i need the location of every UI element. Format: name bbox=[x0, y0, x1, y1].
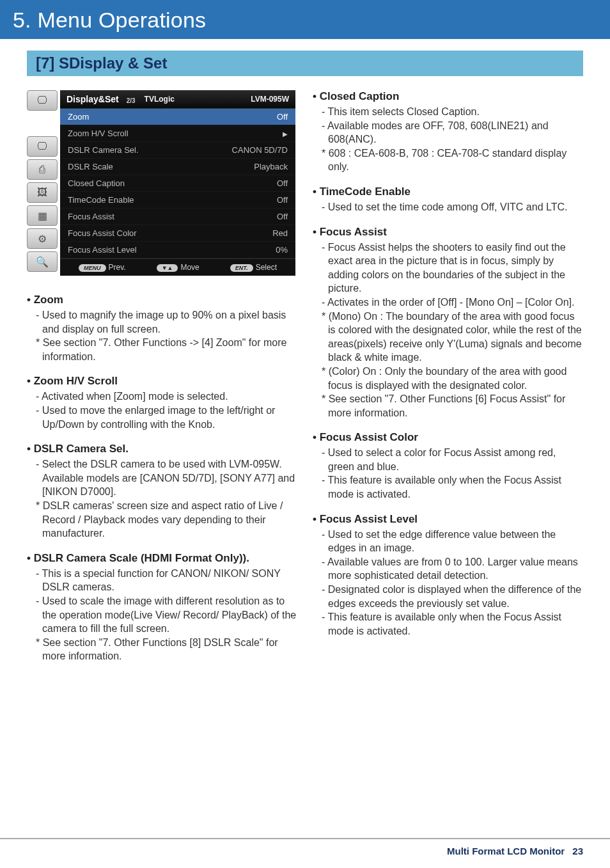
explain-item-head: DSLR Camera Scale (HDMI Format Only)). bbox=[27, 552, 297, 565]
osd-row-label: Closed Caption bbox=[68, 178, 125, 188]
right-items: Closed Caption- This item selects Closed… bbox=[313, 90, 583, 638]
explain-item-line: - This item selects Closed Caption. bbox=[317, 105, 583, 119]
osd-icon-0: 🖵 bbox=[27, 90, 58, 111]
osd-row-label: Focus Assist bbox=[68, 212, 114, 221]
osd-row: Focus Assist ColorRed bbox=[60, 225, 295, 242]
left-column: 🖵 🖵 ⎙ 🖼 ▦ ⚙ 🔍 Display&Set 2/3 TVLogic LV… bbox=[27, 90, 297, 675]
explain-item-head: Zoom bbox=[27, 294, 297, 306]
osd-page: 2/3 bbox=[127, 97, 136, 104]
osd-row-value: CANON 5D/7D bbox=[232, 145, 288, 155]
osd-row-value: Off bbox=[277, 195, 288, 205]
explain-item: Closed Caption- This item selects Closed… bbox=[313, 90, 583, 174]
explain-item: DSLR Camera Sel.- Select the DSLR camera… bbox=[27, 443, 297, 541]
osd-row-value: 0% bbox=[276, 245, 288, 255]
osd-row: Focus AssistOff bbox=[60, 209, 295, 225]
osd-row-label: TimeCode Enable bbox=[68, 195, 134, 205]
osd-prev: MENUPrev. bbox=[79, 263, 126, 272]
explain-item-line: - Activates in the order of [Off] - [Mon… bbox=[317, 296, 583, 310]
content-columns: 🖵 🖵 ⎙ 🖼 ▦ ⚙ 🔍 Display&Set 2/3 TVLogic LV… bbox=[0, 90, 610, 675]
osd-row: TimeCode EnableOff bbox=[60, 192, 295, 209]
explain-item-head: Focus Assist Color bbox=[313, 431, 583, 444]
osd-row-label: Zoom bbox=[68, 112, 89, 122]
footer-page-number: 23 bbox=[572, 846, 583, 856]
osd-panel: Display&Set 2/3 TVLogic LVM-095W ZoomOff… bbox=[60, 90, 295, 276]
explain-item-head: Zoom H/V Scroll bbox=[27, 375, 297, 388]
osd-rows: ZoomOffZoom H/V ScrollDSLR Camera Sel.CA… bbox=[60, 109, 295, 258]
osd-row-label: DSLR Scale bbox=[68, 162, 113, 171]
explain-item-line: * See section "7. Other Functions [8] DS… bbox=[31, 636, 297, 663]
explain-item-head: Closed Caption bbox=[313, 90, 583, 103]
osd-row-value: Red bbox=[272, 228, 288, 238]
explain-item-line: - Used to set the time code among Off, V… bbox=[317, 200, 583, 214]
explain-item-line: - This feature is available only when th… bbox=[317, 610, 583, 638]
explain-item-line: * See section "7. Other Functions -> [4]… bbox=[31, 336, 297, 363]
osd-row-value: Off bbox=[277, 212, 288, 221]
osd-row-label: Zoom H/V Scroll bbox=[68, 129, 129, 138]
explain-item-line: - Designated color is displayed when the… bbox=[317, 583, 583, 610]
explain-item-line: - Used to magnify the image up to 90% on… bbox=[31, 308, 297, 336]
osd-row-value: Off bbox=[277, 112, 288, 122]
explain-item: Focus Assist- Focus Assist helps the sho… bbox=[313, 226, 583, 420]
osd-brand: TVLogic bbox=[145, 95, 175, 104]
osd-select: ENT.Select bbox=[230, 263, 277, 272]
osd-icon-3: 🖼 bbox=[27, 182, 58, 203]
osd-row: ZoomOff bbox=[60, 109, 295, 125]
osd-menu-figure: 🖵 🖵 ⎙ 🖼 ▦ ⚙ 🔍 Display&Set 2/3 TVLogic LV… bbox=[27, 90, 295, 276]
explain-item-line: - This is a special function for CANON/ … bbox=[31, 567, 297, 594]
explain-item: Focus Assist Level- Used to set the edge… bbox=[313, 513, 583, 638]
osd-footer: MENUPrev. ▼▲Move ENT.Select bbox=[60, 258, 295, 276]
explain-item-line: * 608 : CEA-608-B, 708 : CEA-708-C stand… bbox=[317, 146, 583, 174]
section-title: [7] SDisplay & Set bbox=[36, 54, 167, 72]
osd-row: Focus Assist Level0% bbox=[60, 242, 295, 258]
page-footer: Multi Format LCD Monitor 23 bbox=[0, 838, 610, 856]
explain-item-line: - Activated when [Zoom] mode is selected… bbox=[31, 390, 297, 404]
osd-row-value: Playback bbox=[254, 162, 288, 171]
osd-icon-1: 🖵 bbox=[27, 136, 58, 157]
explain-item-head: TimeCode Enable bbox=[313, 185, 583, 198]
explain-item-line: - Used to select a color for Focus Assis… bbox=[317, 446, 583, 473]
osd-row: Closed CaptionOff bbox=[60, 175, 295, 192]
explain-item: Zoom H/V Scroll- Activated when [Zoom] m… bbox=[27, 375, 297, 431]
osd-row: DSLR ScalePlayback bbox=[60, 159, 295, 175]
explain-item-line: - Available values are from 0 to 100. La… bbox=[317, 555, 583, 583]
explain-item-line: * DSLR cameras' screen size and aspect r… bbox=[31, 499, 297, 541]
osd-icon-6: 🔍 bbox=[27, 251, 58, 272]
osd-side-icons: 🖵 🖵 ⎙ 🖼 ▦ ⚙ 🔍 bbox=[27, 90, 58, 276]
osd-model: LVM-095W bbox=[251, 95, 289, 104]
explain-item-line: - Available modes are OFF, 708, 608(LINE… bbox=[317, 119, 583, 146]
osd-title-row: Display&Set 2/3 TVLogic LVM-095W bbox=[60, 90, 295, 109]
explain-item-line: * (Mono) On : The boundary of the area w… bbox=[317, 310, 583, 365]
osd-title: Display&Set bbox=[66, 94, 119, 104]
explain-item: DSLR Camera Scale (HDMI Format Only)).- … bbox=[27, 552, 297, 663]
explain-item-line: - Used to scale the image with different… bbox=[31, 594, 297, 636]
osd-row: DSLR Camera Sel.CANON 5D/7D bbox=[60, 142, 295, 159]
osd-icon-5: ⚙ bbox=[27, 228, 58, 249]
left-items: Zoom- Used to magnify the image up to 90… bbox=[27, 294, 297, 663]
explain-item-head: Focus Assist bbox=[313, 226, 583, 239]
osd-row-label: DSLR Camera Sel. bbox=[68, 145, 139, 155]
osd-icon-4: ▦ bbox=[27, 205, 58, 226]
explain-item-head: DSLR Camera Sel. bbox=[27, 443, 297, 455]
explain-item-line: - Select the DSLR camera to be used with… bbox=[31, 457, 297, 499]
right-column: Closed Caption- This item selects Closed… bbox=[313, 90, 583, 675]
osd-row: Zoom H/V Scroll bbox=[60, 125, 295, 142]
explain-item-line: - Used to move the enlarged image to the… bbox=[31, 404, 297, 431]
explain-item: TimeCode Enable- Used to set the time co… bbox=[313, 185, 583, 214]
osd-icon-2: ⎙ bbox=[27, 159, 58, 180]
osd-row-value bbox=[283, 129, 288, 138]
explain-item-line: - Focus Assist helps the shooters to eas… bbox=[317, 241, 583, 296]
explain-item-line: - Used to set the edge difference value … bbox=[317, 528, 583, 555]
chapter-header: 5. Menu Operations bbox=[0, 0, 610, 39]
explain-item: Focus Assist Color- Used to select a col… bbox=[313, 431, 583, 501]
footer-label: Multi Format LCD Monitor bbox=[447, 846, 565, 856]
osd-move: ▼▲Move bbox=[157, 263, 199, 272]
chapter-title: 5. Menu Operations bbox=[13, 8, 597, 33]
section-header: [7] SDisplay & Set bbox=[27, 51, 583, 76]
explain-item: Zoom- Used to magnify the image up to 90… bbox=[27, 294, 297, 363]
explain-item-line: * (Color) On : Only the boundary of the … bbox=[317, 365, 583, 392]
explain-item-head: Focus Assist Level bbox=[313, 513, 583, 526]
osd-row-label: Focus Assist Color bbox=[68, 228, 137, 238]
explain-item-line: - This feature is available only when th… bbox=[317, 473, 583, 501]
osd-row-label: Focus Assist Level bbox=[68, 245, 137, 255]
osd-row-value: Off bbox=[277, 178, 288, 188]
